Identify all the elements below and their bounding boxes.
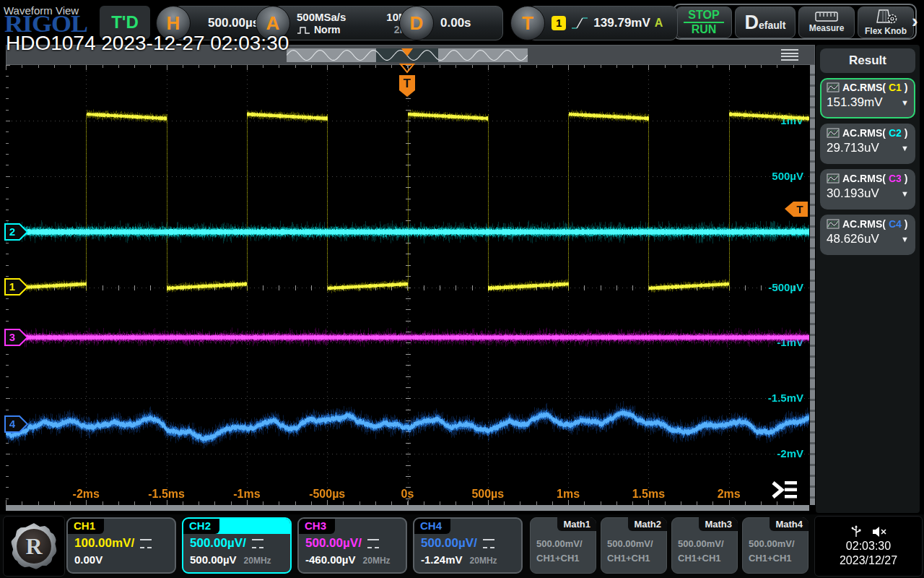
channel-card-ch4[interactable]: CH4 500.00µV/ -1.24mV20MHz <box>413 517 523 574</box>
math-scale: 500.00mV/ <box>749 537 808 551</box>
measure-value: 48.626uV <box>827 232 879 246</box>
math-card-3[interactable]: Math3 500.00mV/CH1+CH1 <box>671 517 738 574</box>
math-card-4[interactable]: Math4 500.00mV/CH1+CH1 <box>742 517 808 574</box>
waveform-menu-icon[interactable] <box>781 49 798 61</box>
screenshot-title-overlay: HDO1074 2023-12-27 02:03:30 <box>6 32 289 55</box>
channel-card-ch3[interactable]: CH3 500.00µV/ -460.00µV20MHz <box>297 517 407 574</box>
measurement-card-ch1[interactable]: AC.RMS(C1) 151.39mV▼ <box>820 78 915 118</box>
rigol-gear-icon: R <box>11 523 57 569</box>
horizontal-scale-value: 500.00µs/ <box>208 16 263 30</box>
measure-func: AC.RMS( <box>842 218 886 230</box>
bandwidth-limit: 20MHz <box>244 556 271 566</box>
measurement-card-ch4[interactable]: AC.RMS(C4) 48.626uV▼ <box>820 215 915 255</box>
waveform-navigator[interactable] <box>287 48 528 62</box>
horizontal-scrollbar[interactable] <box>6 505 809 511</box>
measure-button[interactable]: Measure <box>798 7 855 38</box>
bandwidth-limit: 20MHz <box>470 556 497 566</box>
channel-tab: CH3 <box>299 519 335 534</box>
status-time: 02:03:30 <box>846 540 891 553</box>
channel-card-ch2[interactable]: CH2 500.00µV/ 500.00µV20MHz <box>182 517 292 574</box>
channel-4-position-marker[interactable]: 4 <box>4 415 29 433</box>
trigger-knob[interactable]: T <box>510 6 545 40</box>
math-card-1[interactable]: Math1 500.00mV/CH1+CH1 <box>530 517 596 574</box>
svg-text:2: 2 <box>9 225 15 238</box>
grid-menu-expand-icon[interactable] <box>770 478 800 502</box>
bottom-channel-bar: R CH1 100.00mV/ 0.00V CH2 500.00µV/ 500.… <box>0 514 924 578</box>
math-tab: Math4 <box>770 517 808 531</box>
trigger-level-marker[interactable]: T <box>783 199 809 219</box>
channel-3-position-marker[interactable]: 3 <box>4 329 29 346</box>
ruler-icon <box>815 12 838 22</box>
default-rest: efault <box>759 20 785 31</box>
channel-offset: 500.00µV <box>190 553 237 566</box>
flex-knob-button[interactable]: Flex Knob <box>858 7 914 38</box>
delay-knob[interactable]: D <box>399 6 434 40</box>
result-panel-title: Result <box>820 48 915 73</box>
svg-text:3: 3 <box>9 331 15 343</box>
trigger-coupling: A <box>655 17 663 30</box>
trigger-panel[interactable]: 1 139.79mV A <box>528 6 678 40</box>
stop-run-button[interactable]: STOP RUN <box>676 7 732 38</box>
toolbar-scroll-right[interactable]: › <box>912 10 918 33</box>
trigger-position-flag[interactable]: T <box>394 63 420 99</box>
measure-value: 29.713uV <box>827 141 879 155</box>
channel-offset: -460.00µV <box>305 553 356 566</box>
expand-arrow-icon[interactable]: ▼ <box>901 235 909 243</box>
default-button[interactable]: Default <box>735 7 796 38</box>
math-tab: Math1 <box>557 517 596 531</box>
quick-button-group: STOP RUN Default Measure Flex Knob <box>673 4 917 40</box>
vertical-scrollbar[interactable] <box>810 65 815 505</box>
measure-wave-icon <box>827 82 840 92</box>
measure-func: AC.RMS( <box>842 127 886 139</box>
measurement-card-ch2[interactable]: AC.RMS(C2) 29.713uV▼ <box>820 124 915 164</box>
delay-value: 0.00s <box>440 16 471 30</box>
trigger-source-badge: 1 <box>552 16 566 30</box>
dc-coupling-icon <box>252 539 263 548</box>
channel-tab: CH1 <box>68 519 104 534</box>
measure-func: AC.RMS( <box>842 173 886 184</box>
math-scale: 500.00mV/ <box>678 537 737 551</box>
clock-tile[interactable]: 02:03:30 2023/12/27 <box>814 516 923 577</box>
measure-label: Measure <box>809 23 845 33</box>
channel-2-position-marker[interactable]: 2 <box>4 223 29 241</box>
measurement-card-ch3[interactable]: AC.RMS(C3) 30.193uV▼ <box>820 169 915 210</box>
status-date: 2023/12/27 <box>840 554 897 567</box>
sample-rate: 500MSa/s <box>297 11 346 23</box>
dc-coupling-icon <box>367 539 379 548</box>
math-card-2[interactable]: Math2 500.00mV/CH1+CH1 <box>601 517 667 574</box>
measure-value: 151.39mV <box>827 95 883 110</box>
usb-icon <box>850 525 862 538</box>
measure-close: ) <box>905 127 908 139</box>
knob-icon <box>873 9 898 25</box>
channel-scale: 500.00µV/ <box>421 536 477 551</box>
pulse-icon <box>297 25 311 35</box>
measure-source: C2 <box>889 127 902 139</box>
math-expression: CH1+CH1 <box>749 551 808 566</box>
expand-arrow-icon[interactable]: ▼ <box>901 98 909 107</box>
expand-arrow-icon[interactable]: ▼ <box>901 189 909 198</box>
default-cap: D <box>745 12 759 33</box>
channel-scale: 100.00mV/ <box>74 536 134 551</box>
flex-knob-label: Flex Knob <box>865 26 907 36</box>
channel-card-ch1[interactable]: CH1 100.00mV/ 0.00V <box>66 517 176 574</box>
measure-wave-icon <box>827 128 840 138</box>
channel-scale: 500.00µV/ <box>190 536 246 551</box>
svg-text:1: 1 <box>9 280 15 293</box>
measure-close: ) <box>905 218 908 230</box>
expand-arrow-icon[interactable]: ▼ <box>901 144 909 152</box>
channel-offset: -1.24mV <box>421 553 463 566</box>
channel-1-position-marker[interactable]: 1 <box>4 278 29 296</box>
math-expression: CH1+CH1 <box>607 551 666 566</box>
measure-wave-icon <box>827 219 840 229</box>
math-tab: Math2 <box>628 517 667 531</box>
channel-tab: CH4 <box>414 519 450 534</box>
bandwidth-limit: 20MHz <box>363 556 391 566</box>
run-label: RUN <box>692 23 717 36</box>
measure-source: C1 <box>889 82 902 93</box>
rising-edge-icon <box>570 14 589 33</box>
svg-text:4: 4 <box>9 418 16 430</box>
result-panel: Result AC.RMS(C1) 151.39mV▼ AC.RMS(C2) 2… <box>816 45 920 513</box>
measure-func: AC.RMS( <box>842 82 886 93</box>
dc-coupling-icon <box>483 539 494 548</box>
rigol-gear-logo-button[interactable]: R <box>3 516 65 577</box>
